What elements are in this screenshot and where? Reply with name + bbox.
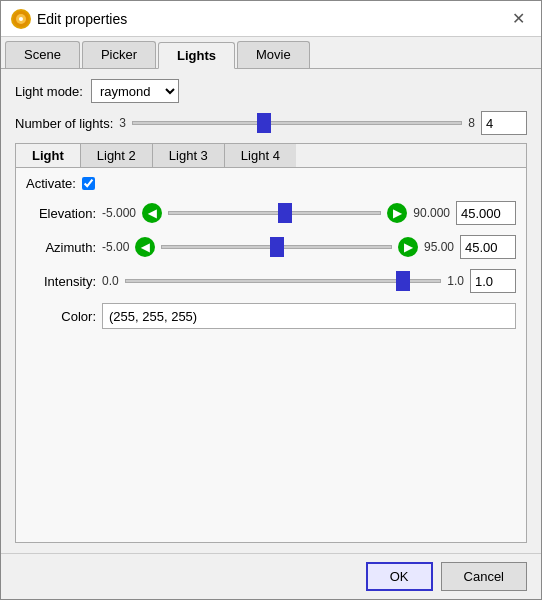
intensity-label: Intensity: [26, 274, 96, 289]
elevation-right-arrow[interactable]: ▶ [387, 203, 407, 223]
bottom-bar: OK Cancel [1, 553, 541, 599]
elevation-input[interactable] [456, 201, 516, 225]
title-bar: Edit properties ✕ [1, 1, 541, 37]
elevation-label: Elevation: [26, 206, 96, 221]
app-icon [11, 9, 31, 29]
elevation-left-arrow[interactable]: ◀ [142, 203, 162, 223]
title-bar-left: Edit properties [11, 9, 127, 29]
light-tab-4[interactable]: Light 4 [225, 144, 296, 167]
ok-button[interactable]: OK [366, 562, 433, 591]
tab-lights[interactable]: Lights [158, 42, 235, 69]
activate-label: Activate: [26, 176, 76, 191]
light-mode-row: Light mode: raymond ambient headlamp non… [15, 79, 527, 103]
light-tabs-bar: Light Light 2 Light 3 Light 4 [15, 143, 527, 167]
color-row: Color: [26, 303, 516, 329]
light-tab-3[interactable]: Light 3 [153, 144, 225, 167]
light-tab-1[interactable]: Light [16, 144, 81, 167]
light-mode-select[interactable]: raymond ambient headlamp none [91, 79, 179, 103]
num-lights-track[interactable] [132, 112, 462, 134]
activate-row: Activate: [26, 176, 516, 191]
num-lights-row: Number of lights: 3 8 [15, 111, 527, 135]
main-tab-bar: Scene Picker Lights Movie [1, 37, 541, 69]
num-lights-slider-container [132, 112, 462, 134]
color-input[interactable] [102, 303, 516, 329]
cancel-button[interactable]: Cancel [441, 562, 527, 591]
light-mode-label: Light mode: [15, 84, 83, 99]
intensity-thumb[interactable] [396, 271, 410, 291]
intensity-row: Intensity: 0.0 1.0 [26, 269, 516, 293]
close-button[interactable]: ✕ [506, 7, 531, 30]
azimuth-thumb[interactable] [270, 237, 284, 257]
intensity-min: 0.0 [102, 274, 119, 288]
activate-checkbox[interactable] [82, 177, 95, 190]
azimuth-right-arrow[interactable]: ▶ [398, 237, 418, 257]
elevation-track[interactable] [168, 202, 381, 224]
elevation-row: Elevation: -5.000 ◀ ▶ 90.000 [26, 201, 516, 225]
light-tab-2[interactable]: Light 2 [81, 144, 153, 167]
light-mode-select-wrapper: raymond ambient headlamp none [91, 79, 179, 103]
svg-point-2 [19, 17, 23, 21]
azimuth-max: 95.00 [424, 240, 454, 254]
num-lights-min: 3 [119, 116, 126, 130]
azimuth-input[interactable] [460, 235, 516, 259]
azimuth-min: -5.00 [102, 240, 129, 254]
azimuth-track[interactable] [161, 236, 392, 258]
edit-properties-dialog: Edit properties ✕ Scene Picker Lights Mo… [0, 0, 542, 600]
elevation-thumb[interactable] [278, 203, 292, 223]
light-inner-panel: Activate: Elevation: -5.000 ◀ ▶ 90.000 [15, 167, 527, 543]
intensity-track[interactable] [125, 270, 442, 292]
tab-movie[interactable]: Movie [237, 41, 310, 68]
azimuth-row: Azimuth: -5.00 ◀ ▶ 95.00 [26, 235, 516, 259]
num-lights-input[interactable] [481, 111, 527, 135]
num-lights-max: 8 [468, 116, 475, 130]
num-lights-thumb[interactable] [257, 113, 271, 133]
tab-scene[interactable]: Scene [5, 41, 80, 68]
tab-picker[interactable]: Picker [82, 41, 156, 68]
num-lights-label: Number of lights: [15, 116, 113, 131]
main-content: Light mode: raymond ambient headlamp non… [1, 69, 541, 553]
azimuth-left-arrow[interactable]: ◀ [135, 237, 155, 257]
color-label: Color: [26, 309, 96, 324]
elevation-min: -5.000 [102, 206, 136, 220]
elevation-max: 90.000 [413, 206, 450, 220]
intensity-input[interactable] [470, 269, 516, 293]
intensity-max: 1.0 [447, 274, 464, 288]
azimuth-label: Azimuth: [26, 240, 96, 255]
dialog-title: Edit properties [37, 11, 127, 27]
